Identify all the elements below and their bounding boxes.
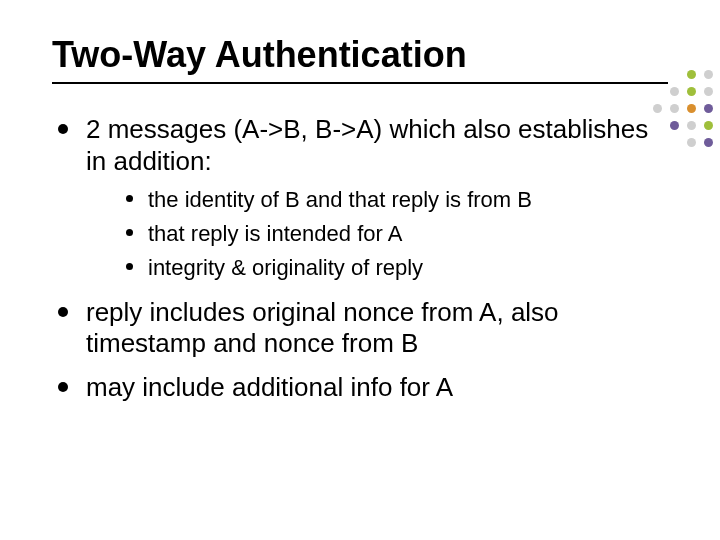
- bullet-list: 2 messages (A->B, B->A) which also estab…: [52, 114, 668, 404]
- title-bar: Two-Way Authentication: [52, 34, 668, 84]
- bullet-item: reply includes original nonce from A, al…: [52, 297, 668, 360]
- bullet-text: may include additional info for A: [86, 372, 453, 402]
- sub-bullet-list: the identity of B and that reply is from…: [122, 185, 668, 282]
- bullet-text: reply includes original nonce from A, al…: [86, 297, 559, 359]
- bullet-item: 2 messages (A->B, B->A) which also estab…: [52, 114, 668, 283]
- sub-bullet-item: that reply is intended for A: [122, 219, 668, 249]
- sub-bullet-text: that reply is intended for A: [148, 221, 402, 246]
- slide: Two-Way Authentication 2 messages (A->B,…: [0, 0, 720, 540]
- bullet-text: 2 messages (A->B, B->A) which also estab…: [86, 114, 648, 176]
- sub-bullet-text: the identity of B and that reply is from…: [148, 187, 532, 212]
- sub-bullet-item: integrity & originality of reply: [122, 253, 668, 283]
- sub-bullet-item: the identity of B and that reply is from…: [122, 185, 668, 215]
- slide-title: Two-Way Authentication: [52, 34, 668, 76]
- bullet-item: may include additional info for A: [52, 372, 668, 404]
- sub-bullet-text: integrity & originality of reply: [148, 255, 423, 280]
